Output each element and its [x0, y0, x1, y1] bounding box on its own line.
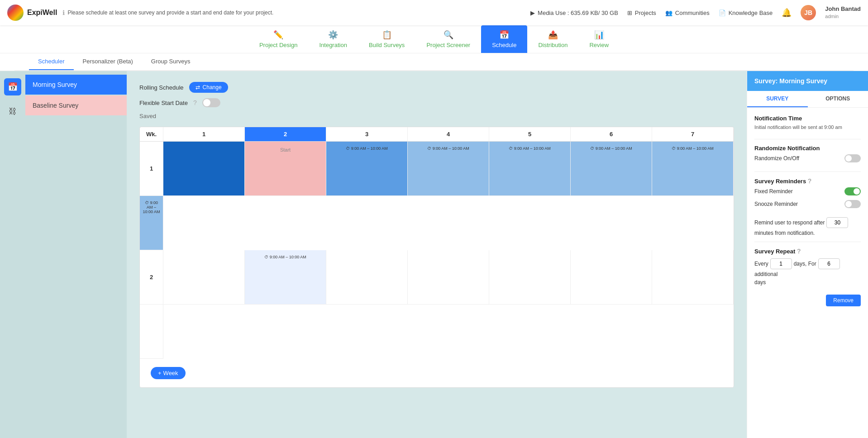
add-week-button[interactable]: + Week: [151, 367, 186, 379]
cal-cell-1-1[interactable]: [163, 142, 245, 196]
divider-1: [754, 139, 861, 139]
days-for-label: days, For: [794, 261, 816, 267]
cal-cell-2-7[interactable]: [652, 250, 734, 305]
tab-review[interactable]: 📊 Review: [578, 25, 620, 53]
cell-event-1-8: ⏱ 9:00 AM – 10:00 AM: [142, 200, 161, 215]
tab-schedule[interactable]: 📅 Schedule: [481, 25, 527, 53]
tab-project-design[interactable]: ✏️ Project Design: [248, 25, 309, 53]
right-panel-header: Survey: Morning Survey: [747, 71, 868, 91]
survey-item-baseline[interactable]: Baseline Survey: [25, 95, 127, 115]
calendar-grid: Wk. 1 2 3 4 5 6 7 1 Start ⏱ 9:00 AM – 10…: [139, 127, 734, 388]
add-week-label: Week: [163, 370, 178, 376]
app-logo[interactable]: ExpiWell: [7, 5, 57, 21]
projects-icon: ⊞: [627, 10, 632, 16]
navbar: ExpiWell ℹ Please schedule at least one …: [0, 0, 868, 25]
cal-cell-2-6[interactable]: [571, 250, 652, 305]
communities-nav[interactable]: 👥 Communities: [665, 10, 710, 16]
cal-cell-2-8[interactable]: [140, 305, 163, 359]
sidebar-icons: 📅 ⛓: [0, 71, 25, 438]
survey-repeat-help-icon[interactable]: ?: [797, 248, 801, 255]
every-label: Every: [754, 261, 768, 267]
review-icon: 📊: [594, 30, 604, 40]
survey-repeat-row: Every days, For additional: [754, 258, 861, 277]
calendar-week-1: 1 Start ⏱ 9:00 AM – 10:00 AM ⏱ 9:00 AM –…: [140, 142, 734, 250]
cal-cell-1-2[interactable]: Start: [245, 142, 326, 196]
change-button[interactable]: ⇄ Change: [189, 82, 228, 93]
survey-reminders-label: Survey Reminders: [754, 178, 806, 185]
snooze-reminder-row: Snooze Reminder: [754, 200, 861, 208]
sidebar-calendar-btn[interactable]: 📅: [4, 78, 21, 95]
survey-reminders-section: Survey Reminders ? Fixed Reminder Snooze…: [754, 177, 861, 208]
survey-tab-label: SURVEY: [766, 95, 788, 102]
randomize-title: Randomize Notification: [754, 145, 861, 152]
snooze-reminder-label: Snooze Reminder: [754, 201, 798, 207]
cal-cell-1-6[interactable]: ⏱ 9:00 AM – 10:00 AM: [571, 142, 652, 196]
content-area: Rolling Schedule ⇄ Change Flexible Start…: [127, 71, 747, 438]
remove-button[interactable]: Remove: [826, 295, 861, 306]
tab-project-screener[interactable]: 🔍 Project Screener: [415, 25, 481, 53]
for-input[interactable]: [818, 258, 840, 269]
tab-integration[interactable]: ⚙️ Integration: [308, 25, 358, 53]
knowledge-base-nav[interactable]: 📄 Knowledge Base: [719, 10, 773, 16]
cal-cell-1-8[interactable]: ⏱ 9:00 AM – 10:00 AM: [140, 196, 163, 250]
days-row: days: [754, 279, 861, 286]
knowledge-base-label: Knowledge Base: [729, 10, 773, 16]
sub-tab-group-surveys[interactable]: Group Surveys: [142, 53, 200, 70]
notification-time-title: Notification Time: [754, 115, 861, 122]
randomize-section: Randomize Notification Randomize On/Off: [754, 145, 861, 162]
right-panel-tab-options[interactable]: OPTIONS: [808, 91, 868, 107]
tab-bar: ✏️ Project Design ⚙️ Integration 📋 Build…: [0, 25, 868, 53]
cal-cell-1-5[interactable]: ⏱ 9:00 AM – 10:00 AM: [489, 142, 571, 196]
rolling-schedule-label: Rolling Schedule: [139, 84, 184, 91]
right-panel-tabs: SURVEY OPTIONS: [747, 91, 868, 108]
fixed-reminder-toggle[interactable]: [844, 187, 861, 195]
remind-minutes-input[interactable]: [826, 217, 848, 228]
plus-icon: +: [158, 370, 162, 376]
notifications-bell[interactable]: 🔔: [782, 8, 792, 18]
every-input[interactable]: [770, 258, 792, 269]
app-name: ExpiWell: [27, 9, 57, 17]
snooze-reminder-toggle[interactable]: [844, 200, 861, 208]
cal-cell-2-4[interactable]: [408, 250, 489, 305]
cell-event-2-2: ⏱ 9:00 AM – 10:00 AM: [247, 254, 324, 260]
cal-cell-1-4[interactable]: ⏱ 9:00 AM – 10:00 AM: [408, 142, 489, 196]
tab-distribution-label: Distribution: [538, 42, 568, 48]
tab-build-surveys[interactable]: 📋 Build Surveys: [358, 25, 415, 53]
cal-cell-2-1[interactable]: [163, 250, 245, 305]
tab-build-surveys-label: Build Surveys: [369, 42, 405, 48]
projects-nav[interactable]: ⊞ Projects: [627, 10, 656, 16]
sub-tabs: Scheduler Personalizer (Beta) Group Surv…: [14, 53, 854, 71]
cal-cell-1-7[interactable]: ⏱ 9:00 AM – 10:00 AM: [652, 142, 734, 196]
saved-label: Saved: [139, 113, 156, 119]
warning-text: Please schedule at least one survey and …: [67, 10, 273, 16]
randomize-label: Randomize On/Off: [754, 155, 799, 162]
sub-tab-scheduler[interactable]: Scheduler: [29, 53, 74, 70]
cell-event-1-4: ⏱ 9:00 AM – 10:00 AM: [410, 145, 487, 152]
sub-tab-personalizer[interactable]: Personalizer (Beta): [74, 53, 142, 70]
divider-2: [754, 171, 861, 172]
survey-reminders-help-icon[interactable]: ?: [808, 177, 812, 185]
cell-event-1-6: ⏱ 9:00 AM – 10:00 AM: [572, 145, 650, 152]
fixed-reminder-label: Fixed Reminder: [754, 188, 793, 195]
flexible-start-help-icon[interactable]: ?: [193, 99, 197, 106]
cal-header-4: 4: [408, 127, 489, 141]
sidebar-network-btn[interactable]: ⛓: [4, 103, 21, 120]
project-design-icon: ✏️: [273, 30, 283, 40]
saved-indicator: Saved: [139, 113, 734, 119]
cal-cell-1-3[interactable]: ⏱ 9:00 AM – 10:00 AM: [326, 142, 408, 196]
tab-project-screener-label: Project Screener: [426, 42, 470, 48]
cal-header-3: 3: [326, 127, 408, 141]
cal-cell-2-3[interactable]: [326, 250, 408, 305]
start-label: Start: [247, 147, 324, 152]
week-2-label: 2: [140, 250, 163, 305]
cal-cell-2-5[interactable]: [489, 250, 571, 305]
right-panel-tab-survey[interactable]: SURVEY: [747, 91, 808, 107]
tab-distribution[interactable]: 📤 Distribution: [527, 25, 578, 53]
avatar: JB: [801, 5, 816, 20]
randomize-toggle[interactable]: [844, 154, 861, 162]
cal-cell-2-2[interactable]: ⏱ 9:00 AM – 10:00 AM: [245, 250, 326, 305]
change-label: Change: [203, 84, 222, 90]
flexible-start-toggle[interactable]: [202, 98, 220, 107]
cal-header-wk: Wk.: [140, 127, 163, 141]
survey-item-morning[interactable]: Morning Survey: [25, 75, 127, 95]
